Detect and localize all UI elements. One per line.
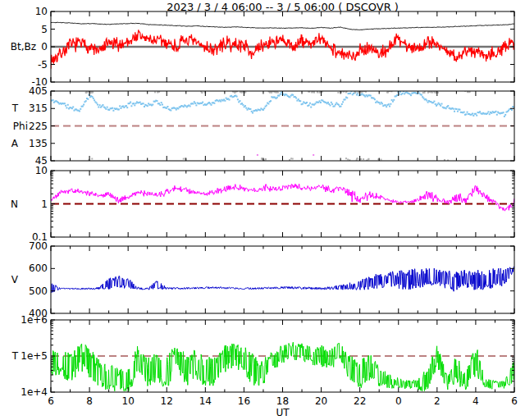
- svg-text:8: 8: [86, 395, 93, 407]
- svg-text:-5: -5: [38, 59, 48, 71]
- plot-title: 2023 / 3 / 4 06:00 -- 3 / 5 06:00 ( DSCO…: [51, 1, 514, 13]
- svg-text:10: 10: [35, 165, 48, 176]
- svg-text:16: 16: [238, 395, 250, 407]
- svg-text:A: A: [11, 138, 19, 149]
- svg-text:0: 0: [41, 41, 48, 52]
- svg-text:Bt,Bz: Bt,Bz: [11, 41, 36, 52]
- x-axis-label: UT: [51, 407, 514, 418]
- svg-text:20: 20: [315, 395, 327, 407]
- phi-angle-panel: 40531522513545TPhiA: [11, 85, 515, 167]
- svg-text:135: 135: [29, 138, 48, 149]
- svg-text:10: 10: [35, 6, 48, 17]
- velocity-panel: 700600500400V: [11, 240, 514, 319]
- density-panel: 1010.1N: [11, 165, 514, 243]
- svg-text:14: 14: [199, 395, 212, 407]
- svg-text:10: 10: [122, 395, 135, 407]
- temperature-panel: 1e+61e+51e+4T: [11, 314, 514, 398]
- svg-text:T: T: [11, 103, 19, 114]
- svg-text:225: 225: [29, 121, 48, 132]
- svg-text:1: 1: [41, 199, 48, 210]
- svg-text:405: 405: [29, 85, 48, 97]
- svg-text:700: 700: [29, 240, 48, 252]
- svg-text:18: 18: [276, 395, 289, 407]
- svg-text:5: 5: [41, 24, 48, 35]
- svg-text:N: N: [11, 199, 18, 210]
- svg-text:0: 0: [395, 395, 402, 407]
- plot-svg: 1050-5-10Bt,Bz40531522513545TPhiA1010.1N…: [0, 0, 525, 420]
- svg-text:1e+4: 1e+4: [21, 386, 48, 398]
- svg-text:22: 22: [354, 395, 366, 407]
- svg-text:T: T: [11, 350, 19, 362]
- svg-text:6: 6: [48, 395, 54, 407]
- svg-text:2: 2: [434, 395, 441, 407]
- svg-text:500: 500: [29, 285, 48, 297]
- x-axis-tick-labels: 68101214161820220246: [48, 395, 518, 407]
- svg-text:315: 315: [29, 103, 48, 114]
- svg-text:V: V: [11, 274, 19, 285]
- svg-text:12: 12: [161, 395, 173, 407]
- magnetic-field-panel: 1050-5-10Bt,Bz: [11, 6, 514, 88]
- svg-text:Phi: Phi: [13, 121, 28, 132]
- svg-text:1e+6: 1e+6: [21, 314, 48, 326]
- dscovr-solar-wind-figure: 1050-5-10Bt,Bz40531522513545TPhiA1010.1N…: [0, 0, 525, 420]
- svg-text:4: 4: [472, 395, 479, 407]
- svg-text:600: 600: [29, 262, 48, 274]
- svg-text:1e+5: 1e+5: [21, 350, 48, 362]
- svg-text:6: 6: [511, 395, 518, 407]
